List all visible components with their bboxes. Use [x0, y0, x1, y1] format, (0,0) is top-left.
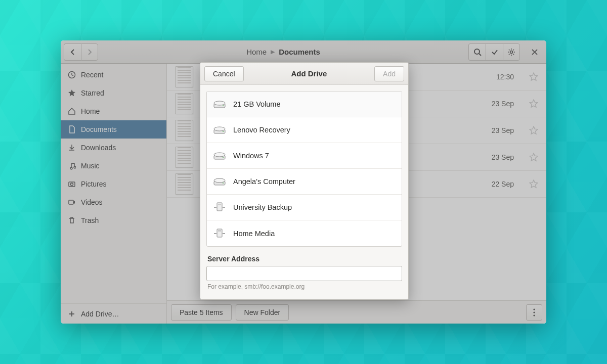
drive-label: University Backup: [233, 203, 292, 211]
svg-rect-24: [218, 230, 221, 232]
hard-drive-icon: [213, 176, 226, 187]
drive-item[interactable]: 21 GB Volume: [207, 92, 402, 117]
drive-item[interactable]: Angela's Computer: [207, 169, 402, 195]
dialog-title: Add Drive: [244, 69, 374, 78]
drive-item[interactable]: University Backup: [207, 195, 402, 220]
svg-point-10: [214, 101, 225, 105]
server-address-input[interactable]: [206, 266, 402, 281]
svg-point-19: [214, 178, 225, 183]
drive-item[interactable]: Lenovo Recovery: [207, 117, 402, 143]
server-address-label: Server Address: [206, 255, 402, 263]
svg-point-14: [223, 131, 224, 132]
svg-point-11: [223, 105, 224, 106]
drive-label: Angela's Computer: [233, 177, 295, 186]
svg-point-16: [214, 153, 225, 157]
svg-point-17: [223, 157, 224, 158]
dialog-header: Cancel Add Drive Add: [200, 63, 408, 85]
server-address-hint: For example, smb://foo.example.org: [206, 283, 402, 293]
network-drive-icon: [213, 202, 226, 213]
svg-rect-22: [218, 204, 221, 205]
drive-label: Home Media: [233, 230, 275, 238]
drive-item[interactable]: Windows 7: [207, 143, 402, 169]
drive-label: Windows 7: [233, 152, 269, 160]
svg-point-13: [214, 127, 225, 131]
hard-drive-icon: [213, 124, 226, 135]
drive-label: 21 GB Volume: [233, 100, 281, 108]
drive-label: Lenovo Recovery: [233, 126, 290, 134]
add-drive-dialog: Cancel Add Drive Add 21 GB Volume Lenovo…: [200, 62, 409, 300]
network-drive-icon: [213, 228, 226, 239]
drive-list: 21 GB Volume Lenovo Recovery Windows 7 A…: [206, 91, 402, 247]
drive-item[interactable]: Home Media: [207, 220, 402, 246]
add-button[interactable]: Add: [374, 66, 404, 81]
svg-point-20: [223, 183, 224, 184]
dialog-body: 21 GB Volume Lenovo Recovery Windows 7 A…: [200, 85, 408, 299]
hard-drive-icon: [213, 150, 226, 161]
hard-drive-icon: [213, 99, 226, 110]
cancel-button[interactable]: Cancel: [204, 66, 244, 81]
